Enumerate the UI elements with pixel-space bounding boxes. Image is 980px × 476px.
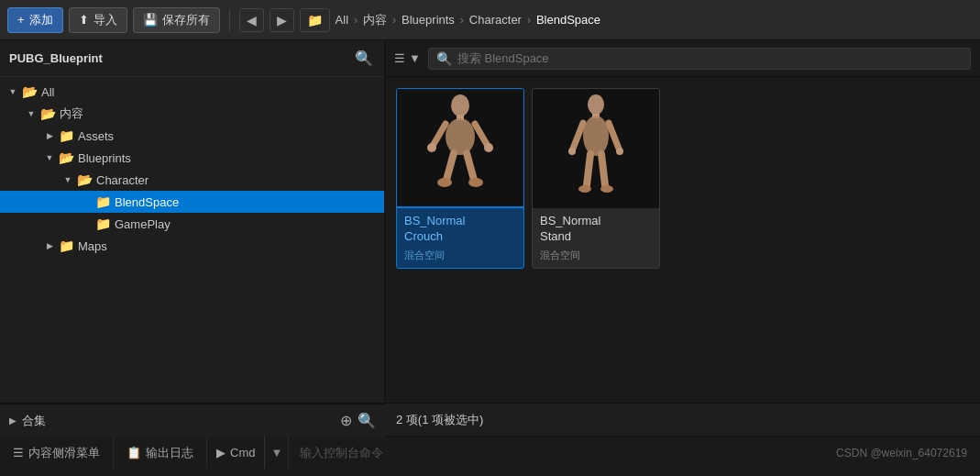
import-icon: ⬆ [79, 13, 89, 27]
folder-icon-all: 📂 [22, 84, 38, 99]
arrow-character: ▼ [62, 175, 73, 184]
cmd-input-area: 输入控制台命令 [289, 445, 823, 461]
folder-icon-character: 📂 [77, 172, 93, 187]
tree-item-blendspace[interactable]: 📁 BlendSpace [0, 191, 384, 213]
tree-item-gameplay[interactable]: 📁 GamePlay [0, 213, 384, 235]
folder-icon-assets: 📁 [59, 128, 74, 143]
save-all-label: 保存所有 [162, 12, 210, 28]
asset-type-crouch: 混合空间 [404, 249, 516, 262]
svg-point-5 [427, 143, 436, 152]
arrow-assets: ▶ [44, 131, 55, 140]
breadcrumb-sep-2: › [392, 14, 396, 27]
collections-add-button[interactable]: ⊕ [340, 412, 352, 429]
svg-line-15 [609, 123, 619, 149]
svg-point-6 [484, 143, 493, 152]
breadcrumb-content[interactable]: 内容 [363, 12, 387, 28]
content-grid: BS_Normal Crouch 混合空间 [385, 77, 980, 403]
sidebar-search-button[interactable]: 🔍 [353, 48, 375, 69]
asset-thumbnail-crouch [397, 89, 523, 208]
search-input[interactable] [457, 51, 963, 65]
main-layout: PUBG_Blueprint 🔍 ▼ 📂 All ▼ 📂 内容 ▶ [0, 40, 980, 403]
watermark-text: CSDN @weixin_64072619 [836, 447, 967, 459]
folder-icon-gameplay: 📁 [95, 216, 111, 231]
cmd-label[interactable]: ▶ Cmd [207, 437, 264, 469]
svg-point-13 [583, 116, 609, 156]
item-count: 2 项(1 项被选中) [396, 412, 483, 428]
tree-item-blueprints[interactable]: ▼ 📂 Blueprints [0, 147, 384, 169]
collections-search-button[interactable]: 🔍 [358, 412, 376, 429]
folder-icon-maps: 📁 [59, 238, 74, 253]
tree-label-all: All [41, 85, 54, 99]
breadcrumb-all[interactable]: All [336, 13, 348, 27]
svg-line-19 [601, 154, 605, 185]
breadcrumb-blendspace[interactable]: BlendSpace [536, 13, 600, 27]
tree-item-character[interactable]: ▼ 📂 Character [0, 169, 384, 191]
svg-point-9 [437, 178, 452, 187]
folder-button[interactable]: 📁 [300, 8, 330, 32]
tree-label-content: 内容 [60, 105, 83, 122]
cmd-dropdown-button[interactable]: ▼ [264, 437, 288, 469]
filter-icon: ☰ [394, 51, 405, 65]
collections-bar: ▶ 合集 ⊕ 🔍 [0, 404, 385, 436]
asset-info-stand: BS_Normal Stand 混合空间 [533, 208, 659, 268]
content-sidebar-icon: ☰ [13, 446, 24, 459]
svg-point-0 [451, 94, 469, 116]
svg-point-10 [468, 178, 483, 187]
asset-info-crouch: BS_Normal Crouch 混合空间 [397, 208, 523, 268]
breadcrumb-character[interactable]: Character [469, 13, 522, 27]
tree-item-maps[interactable]: ▶ 📁 Maps [0, 235, 384, 257]
tree-label-blueprints: Blueprints [78, 151, 131, 165]
arrow-content: ▼ [26, 109, 37, 118]
cmd-icon: ▶ [216, 446, 226, 459]
folder-icon-content: 📂 [40, 106, 56, 121]
sidebar-header: PUBG_Blueprint 🔍 [0, 40, 384, 77]
svg-point-20 [578, 185, 591, 193]
tree-label-assets: Assets [78, 129, 114, 143]
asset-card-bs-normal-stand[interactable]: BS_Normal Stand 混合空间 [532, 88, 660, 269]
asset-name-crouch: BS_Normal Crouch [404, 214, 516, 245]
arrow-all: ▼ [7, 87, 18, 96]
asset-thumbnail-stand [533, 89, 659, 208]
tree-item-assets[interactable]: ▶ 📁 Assets [0, 125, 384, 147]
tree-item-content[interactable]: ▼ 📂 内容 [0, 103, 384, 125]
folder-icon-blueprints: 📂 [59, 150, 74, 165]
output-log-tab[interactable]: 📋 输出日志 [114, 437, 207, 469]
breadcrumb-sep-3: › [460, 14, 464, 27]
content-toolbar: ☰ ▼ 🔍 [385, 40, 980, 77]
forward-button[interactable]: ▶ [270, 8, 294, 32]
output-log-label: 输出日志 [146, 445, 193, 461]
tree-item-all[interactable]: ▼ 📂 All [0, 81, 384, 103]
sidebar-title: PUBG_Blueprint [9, 51, 103, 65]
svg-line-14 [573, 123, 583, 149]
add-button[interactable]: + 添加 [7, 7, 63, 33]
watermark: CSDN @weixin_64072619 [823, 447, 980, 459]
asset-name-stand: BS_Normal Stand [540, 214, 652, 245]
breadcrumb: All › 内容 › Blueprints › Character › Blen… [336, 12, 600, 28]
content-sidebar-tab[interactable]: ☰ 内容侧滑菜单 [0, 437, 114, 469]
bottom-area: ▶ 合集 ⊕ 🔍 2 项(1 项被选中) [0, 403, 980, 436]
breadcrumb-sep-1: › [354, 14, 358, 27]
svg-point-16 [568, 148, 576, 155]
tree-label-gameplay: GamePlay [115, 217, 171, 231]
add-label: 添加 [29, 12, 53, 28]
arrow-blueprints: ▼ [44, 153, 55, 162]
svg-point-11 [588, 94, 604, 115]
asset-type-stand: 混合空间 [540, 249, 652, 262]
import-button[interactable]: ⬆ 导入 [69, 7, 127, 33]
tree-label-character: Character [96, 173, 149, 187]
output-log-icon: 📋 [127, 446, 141, 459]
status-bar: ☰ 内容侧滑菜单 📋 输出日志 ▶ Cmd ▼ 输入控制台命令 CSDN @we… [0, 436, 980, 469]
save-all-button[interactable]: 💾 保存所有 [133, 7, 220, 33]
status-left: ☰ 内容侧滑菜单 📋 输出日志 ▶ Cmd ▼ 输入控制台命令 [0, 437, 823, 469]
collections-label: 合集 [22, 413, 46, 429]
search-icon: 🔍 [436, 51, 452, 66]
back-button[interactable]: ◀ [239, 8, 264, 32]
cmd-tab: ▶ Cmd ▼ [207, 437, 289, 469]
asset-card-bs-normal-crouch[interactable]: BS_Normal Crouch 混合空间 [396, 88, 524, 269]
arrow-maps: ▶ [44, 241, 55, 250]
separator [229, 9, 230, 31]
folder-tree: ▼ 📂 All ▼ 📂 内容 ▶ 📁 Assets [0, 77, 384, 403]
folder-icon-blendspace: 📁 [95, 194, 111, 209]
filter-button[interactable]: ☰ ▼ [394, 51, 421, 65]
breadcrumb-blueprints[interactable]: Blueprints [402, 13, 455, 27]
